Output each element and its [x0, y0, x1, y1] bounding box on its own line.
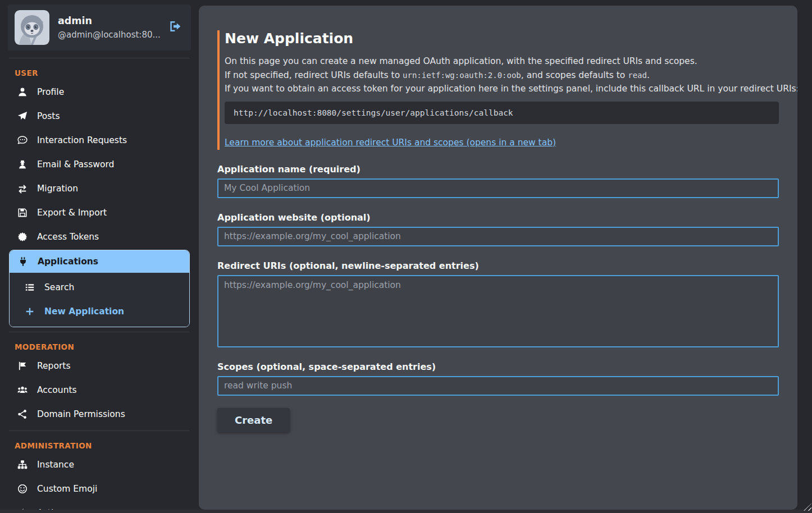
new-application-docs: New Application On this page you can cre… — [217, 30, 779, 150]
sidebar-item-label: Migration — [37, 184, 78, 194]
avatar — [15, 10, 49, 45]
sidebar-item-label: Applications — [38, 256, 98, 267]
learn-more-link[interactable]: Learn more about application redirect UR… — [225, 138, 556, 148]
sidebar-item-label: Custom Emoji — [37, 484, 97, 494]
sidebar-item-label: Instance — [37, 460, 74, 470]
sidebar-item-label: Reports — [37, 361, 70, 371]
intro-text: On this page you can create a new manage… — [225, 54, 779, 96]
user-icon — [17, 86, 28, 98]
applications-block: Applications Search New Application — [9, 250, 190, 327]
page-title: New Application — [225, 30, 779, 47]
sidebar-item-email-password[interactable]: Email & Password — [10, 152, 189, 176]
paper-plane-icon — [17, 111, 28, 122]
sidebar-item-interaction-requests[interactable]: Interaction Requests — [10, 128, 189, 152]
sidebar-item-label: Export & Import — [37, 208, 107, 218]
sidebar-item-label: Posts — [37, 111, 60, 121]
sidebar-item-access-tokens[interactable]: Access Tokens — [10, 225, 189, 249]
users-icon — [17, 384, 28, 396]
plus-icon — [24, 306, 35, 317]
section-header-administration: ADMINISTRATION — [0, 431, 199, 452]
application-website-input[interactable] — [217, 227, 779, 246]
sidebar-item-reports[interactable]: Reports — [10, 354, 189, 378]
user-handle: @admin@localhost:80... — [58, 30, 160, 40]
redirect-uris-textarea[interactable] — [217, 275, 779, 347]
smiley-icon — [17, 483, 28, 494]
sidebar-item-applications[interactable]: Applications — [10, 250, 189, 273]
comment-dots-icon — [17, 135, 28, 146]
certificate-seal-icon — [17, 231, 28, 242]
user-card[interactable]: admin @admin@localhost:80... — [8, 4, 191, 51]
sidebar-item-label: Search — [44, 282, 74, 292]
floppy-disk-icon — [17, 207, 28, 218]
sidebar-item-domain-permissions[interactable]: Domain Permissions — [10, 402, 189, 426]
section-header-moderation: MODERATION — [0, 332, 199, 354]
sidebar-item-label: Interaction Requests — [37, 135, 127, 145]
intro-line-1: On this page you can create a new manage… — [225, 54, 779, 68]
callback-url-code-block: http://localhost:8080/settings/user/appl… — [225, 102, 779, 124]
application-website-label: Application website (optional) — [217, 212, 779, 223]
user-name: admin — [58, 15, 160, 26]
sidebar-item-posts[interactable]: Posts — [10, 104, 189, 128]
application-name-input[interactable] — [217, 178, 779, 198]
sidebar-item-export-import[interactable]: Export & Import — [10, 200, 189, 225]
exchange-arrows-icon — [17, 183, 28, 194]
sidebar-item-label: Access Tokens — [37, 232, 99, 242]
sidebar-item-accounts[interactable]: Accounts — [10, 378, 189, 402]
sidebar-item-applications-search[interactable]: Search — [10, 275, 189, 299]
sidebar-item-custom-emoji[interactable]: Custom Emoji — [10, 477, 189, 501]
user-info: admin @admin@localhost:80... — [58, 15, 160, 40]
applications-submenu: Search New Application — [10, 273, 189, 327]
intro-line-3: If you want to obtain an access token fo… — [225, 82, 779, 96]
application-name-label: Application name (required) — [217, 164, 779, 175]
sign-out-icon[interactable] — [168, 20, 184, 35]
redirect-uris-label: Redirect URIs (optional, newline-separat… — [217, 260, 779, 271]
sidebar-item-label: Email & Password — [37, 159, 114, 170]
share-nodes-icon — [17, 409, 28, 420]
new-application-form: Application name (required) Application … — [217, 164, 779, 432]
sidebar-item-label: Domain Permissions — [37, 409, 125, 419]
sitemap-icon — [17, 459, 28, 470]
horizontal-scrollbar[interactable] — [0, 510, 812, 513]
main-panel: New Application On this page you can cre… — [199, 6, 797, 510]
flag-icon — [17, 360, 28, 372]
sidebar-item-applications-new[interactable]: New Application — [10, 299, 189, 323]
list-icon — [24, 282, 35, 293]
intro-line-2: If not specified, redirect URIs defaults… — [225, 68, 779, 83]
plug-icon — [17, 256, 29, 267]
section-header-user: USER — [0, 58, 199, 80]
create-button[interactable]: Create — [217, 408, 290, 432]
user-secret-icon — [17, 159, 28, 170]
sidebar-item-instance[interactable]: Instance — [10, 452, 189, 477]
sidebar-item-migration[interactable]: Migration — [10, 176, 189, 200]
sidebar-item-profile[interactable]: Profile — [10, 80, 189, 104]
scopes-label: Scopes (optional, space-separated entrie… — [217, 361, 779, 372]
sidebar-item-label: Accounts — [37, 385, 77, 395]
oob-code: urn:ietf:wg:oauth:2.0:oob — [403, 71, 521, 80]
sidebar-item-label: New Application — [44, 306, 124, 317]
sidebar-item-label: Profile — [37, 87, 64, 97]
read-scope-code: read — [628, 71, 647, 80]
scopes-input[interactable] — [217, 376, 779, 396]
sidebar: admin @admin@localhost:80... USER Profil… — [0, 0, 199, 513]
